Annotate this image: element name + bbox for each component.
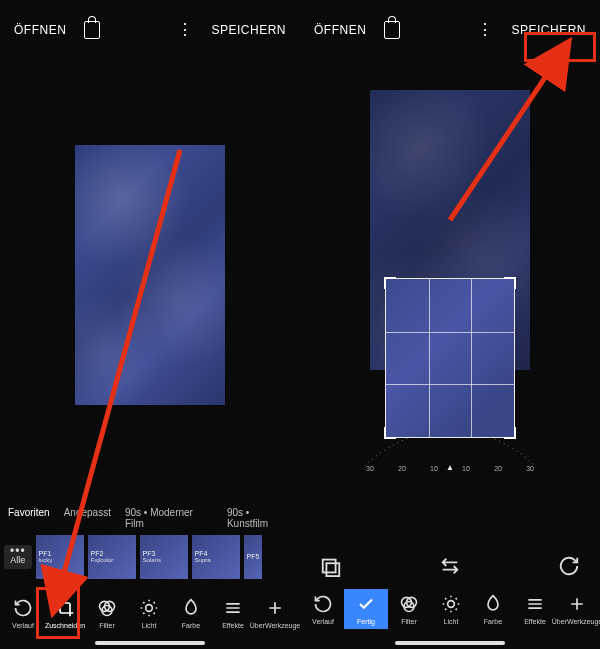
flip-icon[interactable] [437, 553, 463, 579]
crop-icon [54, 597, 76, 619]
tool-color[interactable]: Farbe [472, 593, 514, 625]
tool-light[interactable]: Licht [430, 593, 472, 625]
preset-thumb[interactable]: PF3Solaris [140, 535, 188, 579]
tab-angepasst[interactable]: Angepasst [64, 507, 111, 529]
svg-rect-4 [323, 560, 336, 573]
plus-icon [264, 597, 286, 619]
tool-light[interactable]: Licht [128, 597, 170, 629]
canvas-area[interactable]: 30 20 10 10 20 30 ▲ [300, 60, 600, 490]
light-icon [440, 593, 462, 615]
bag-icon[interactable] [382, 20, 402, 40]
tool-effects[interactable]: Effekte [212, 597, 254, 629]
crop-options-row [300, 553, 600, 579]
all-presets-button[interactable]: ••• Alle [4, 545, 32, 570]
preset-thumb[interactable]: PF4Supra [192, 535, 240, 579]
check-icon [355, 593, 377, 615]
svg-rect-5 [326, 563, 339, 576]
history-icon [312, 593, 334, 615]
open-button[interactable]: ÖFFNEN [310, 17, 370, 43]
filter-icon [96, 597, 118, 619]
light-icon [138, 597, 160, 619]
tool-overlay[interactable]: ÜberWerkzeuge [254, 597, 296, 629]
tool-filter[interactable]: Filter [86, 597, 128, 629]
history-icon [12, 597, 34, 619]
tool-done[interactable]: Fertig [344, 589, 388, 629]
tab-favoriten[interactable]: Favoriten [8, 507, 50, 529]
dial-pointer-icon: ▲ [446, 463, 454, 472]
rotation-dial[interactable]: 30 20 10 10 20 30 ▲ [360, 436, 540, 472]
bag-icon[interactable] [82, 20, 102, 40]
tab-90s-modern[interactable]: 90s • Moderner Film [125, 507, 213, 529]
open-button[interactable]: ÖFFNEN [10, 17, 70, 43]
more-icon[interactable]: ⋮ [475, 20, 495, 40]
preset-thumb[interactable]: PF2Fujicolor [88, 535, 136, 579]
effects-icon [524, 593, 546, 615]
edit-photo[interactable] [75, 145, 225, 405]
svg-point-3 [146, 605, 153, 612]
tool-effects[interactable]: Effekte [514, 593, 556, 625]
color-icon [180, 597, 202, 619]
color-icon [482, 593, 504, 615]
toolbar: Verlauf Fertig Filter Licht Farbe Effekt… [300, 589, 600, 629]
preset-thumb[interactable]: PF5 [244, 535, 262, 579]
svg-point-9 [448, 601, 455, 608]
ellipsis-icon: ••• [10, 549, 26, 554]
home-indicator [95, 641, 205, 645]
preset-tabs[interactable]: Favoriten Angepasst 90s • Moderner Film … [0, 507, 300, 529]
tool-color[interactable]: Farbe [170, 597, 212, 629]
tool-history[interactable]: Verlauf [2, 597, 44, 629]
aspect-icon[interactable] [318, 553, 344, 579]
home-indicator [395, 641, 505, 645]
toolbar: Verlauf Zuschneiden Filter Licht Farbe E… [0, 597, 300, 629]
tool-filter[interactable]: Filter [388, 593, 430, 625]
more-icon[interactable]: ⋮ [175, 20, 195, 40]
crop-overlay[interactable] [385, 278, 515, 438]
tool-overlay[interactable]: ÜberWerkzeuge [556, 593, 598, 625]
tab-90s-kunst[interactable]: 90s • Kunstfilm [227, 507, 292, 529]
preset-thumb[interactable]: PF1lucky [36, 535, 84, 579]
crop-handle-tl[interactable] [384, 277, 396, 289]
save-button[interactable]: SPEICHERN [207, 17, 290, 43]
crop-handle-tr[interactable] [504, 277, 516, 289]
filter-icon [398, 593, 420, 615]
tool-history[interactable]: Verlauf [302, 593, 344, 625]
save-button[interactable]: SPEICHERN [507, 17, 590, 43]
preset-thumbs[interactable]: ••• Alle PF1lucky PF2Fujicolor PF3Solari… [0, 535, 300, 579]
rotate-icon[interactable] [556, 553, 582, 579]
tool-crop[interactable]: Zuschneiden [44, 597, 86, 629]
canvas-area[interactable] [0, 60, 300, 490]
effects-icon [222, 597, 244, 619]
plus-icon [566, 593, 588, 615]
